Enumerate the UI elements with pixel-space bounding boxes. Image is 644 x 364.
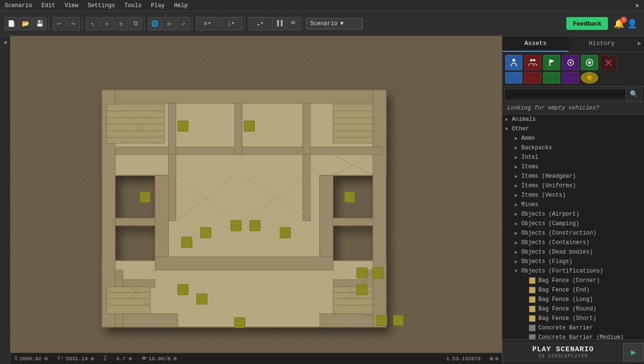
grid-button[interactable]: ⊞▼ (196, 17, 219, 30)
promo-banner[interactable]: Looking for empty vehicles? (502, 102, 644, 115)
search-button[interactable]: 🔍 (626, 88, 642, 100)
rotate-button[interactable]: ↻ (115, 17, 128, 30)
tree-label: Objects (Fortifications) (521, 268, 641, 274)
svg-rect-46 (244, 121, 254, 131)
tree-item[interactable]: ▶Items (502, 162, 644, 172)
tree-item[interactable]: ▼Objects (Fortifications) (502, 266, 644, 276)
menu-help[interactable]: Help (170, 1, 193, 10)
svg-rect-47 (181, 237, 192, 247)
filter-f1-person[interactable] (505, 55, 522, 70)
search-input[interactable] (504, 89, 626, 100)
menu-tools[interactable]: Tools (120, 1, 146, 10)
tree-label: Intel (521, 154, 641, 161)
svg-rect-43 (250, 220, 260, 231)
tree-item[interactable]: ▶Intel (502, 153, 644, 162)
tree-item[interactable]: ▶Objects (Flags) (502, 257, 644, 266)
scenario-label: Scenario (310, 20, 338, 27)
color-filter-darkred[interactable] (524, 72, 541, 83)
tree-label: Items (Headgear) (521, 173, 641, 180)
export-button[interactable]: ↗ (177, 17, 190, 30)
tree-label: Bag Fence (Round) (538, 306, 641, 312)
tree-item[interactable]: ▶Items (Vests) (502, 191, 644, 200)
color-filter-green[interactable] (543, 72, 560, 83)
tree-item[interactable]: ▶Objects (Dead bodies) (502, 247, 644, 257)
scenario-dropdown[interactable]: Scenario ▼ (306, 18, 363, 29)
tree-label: Concrete Barrier (538, 325, 641, 331)
weather-button[interactable]: ☁▼ (249, 17, 271, 30)
panel-expand-button[interactable]: ▶ (635, 36, 644, 52)
color-filter-gold[interactable] (581, 72, 598, 83)
time-button[interactable]: ▐▐ (272, 17, 286, 30)
filter-f2-group[interactable] (524, 55, 541, 70)
svg-rect-56 (376, 315, 387, 326)
left-panel-collapse[interactable]: ◀ (0, 36, 10, 364)
menu-bar: Scenario Edit View Settings Tools Play H… (0, 0, 644, 11)
tree-item[interactable]: ▶Items (Headgear) (502, 172, 644, 181)
tree-label: Concrete Barrier (Medium) (538, 334, 641, 339)
filter-f5-module[interactable] (581, 55, 598, 70)
y-value: 5631.14 m (66, 356, 94, 362)
tree-item[interactable]: Bag Fence (Corner) (502, 276, 644, 285)
terrain-button[interactable]: △▼ (220, 17, 242, 30)
tree-item[interactable]: ▶Objects (Airport) (502, 209, 644, 219)
version-info: 1.53.132670 (446, 356, 481, 362)
svg-rect-49 (280, 228, 290, 238)
tab-assets[interactable]: Assets (502, 36, 569, 52)
tree-item[interactable]: ▶Backpacks (502, 143, 644, 153)
svg-rect-55 (234, 318, 245, 328)
menu-scenario[interactable]: Scenario (0, 1, 37, 10)
tree-item[interactable]: ▶Ammo (502, 134, 644, 143)
tree-arrow-icon: ▶ (515, 221, 521, 227)
window-close-button[interactable]: ✕ (631, 0, 644, 10)
undo-button[interactable]: ↩ (53, 17, 66, 30)
select-button[interactable]: ↖ (86, 17, 99, 30)
filter-f4-waypoint[interactable] (562, 55, 579, 70)
notification-bell[interactable]: 🔔 1 (614, 18, 624, 29)
save-button[interactable]: 💾 (33, 17, 46, 30)
tree-item[interactable]: ▶Mines (502, 200, 644, 209)
tree-item[interactable]: Bag Fence (Round) (502, 304, 644, 314)
feedback-button[interactable]: Feedback (566, 17, 608, 30)
open-button[interactable]: 📂 (19, 17, 32, 30)
play-button[interactable]: ▶ (623, 343, 644, 362)
tree-item[interactable]: ▶Animals (502, 115, 644, 124)
tree-item[interactable]: Concrete Barrier (Medium) (502, 333, 644, 339)
eye-icon: 👁 (142, 355, 147, 362)
filter-f6-empty[interactable] (600, 55, 617, 70)
menu-settings[interactable]: Settings (83, 1, 120, 10)
tree-label: Bag Fence (Corner) (538, 277, 641, 284)
menu-edit[interactable]: Edit (37, 1, 60, 10)
tree-item[interactable]: Concrete Barrier (502, 323, 644, 333)
tree-item[interactable]: ▶Objects (Containers) (502, 238, 644, 247)
tree-label: Objects (Airport) (521, 211, 641, 218)
filter-f3-flag[interactable] (543, 55, 560, 70)
tree-item[interactable]: Bag Fence (Short) (502, 314, 644, 323)
grid-icon[interactable]: ⊞ (490, 355, 493, 362)
move-button[interactable]: ✛ (100, 17, 114, 30)
tree-item[interactable]: Bag Fence (Long) (502, 295, 644, 304)
menu-play[interactable]: Play (146, 1, 170, 10)
settings-icon[interactable]: ⚙ (495, 355, 498, 362)
map-button[interactable]: 🌐 (148, 17, 161, 30)
new-button[interactable]: 📄 (5, 17, 18, 30)
color-filter-purple[interactable] (562, 72, 579, 83)
tree-item[interactable]: ▶Objects (Camping) (502, 219, 644, 228)
distance: 6.7 m (116, 356, 132, 362)
tab-history[interactable]: History (569, 36, 635, 52)
mission-button[interactable]: ✉ (162, 17, 176, 30)
menu-view[interactable]: View (60, 1, 83, 10)
tree-item[interactable]: Bag Fence (End) (502, 285, 644, 295)
scale-button[interactable]: ⧉ (129, 17, 142, 30)
tree-item[interactable]: ▼Other (502, 124, 644, 134)
notification-user[interactable]: 👤 (627, 18, 637, 29)
redo-button[interactable]: ↪ (67, 17, 80, 30)
tree-item[interactable]: ▶Items (Uniforms) (502, 181, 644, 191)
camera-button[interactable]: 👁 (286, 17, 300, 30)
svg-point-70 (512, 59, 515, 62)
y-icon: Y↑ (57, 355, 64, 362)
viewport[interactable]: EDEN EDITOR PUBLIC BETA (10, 36, 502, 364)
map-group: 🌐 ✉ ↗ (146, 17, 192, 30)
tree-item[interactable]: ▶Objects (Construction) (502, 228, 644, 238)
color-filter-blue[interactable] (505, 72, 522, 83)
notifications-area: 🔔 1 👤 (610, 18, 641, 29)
